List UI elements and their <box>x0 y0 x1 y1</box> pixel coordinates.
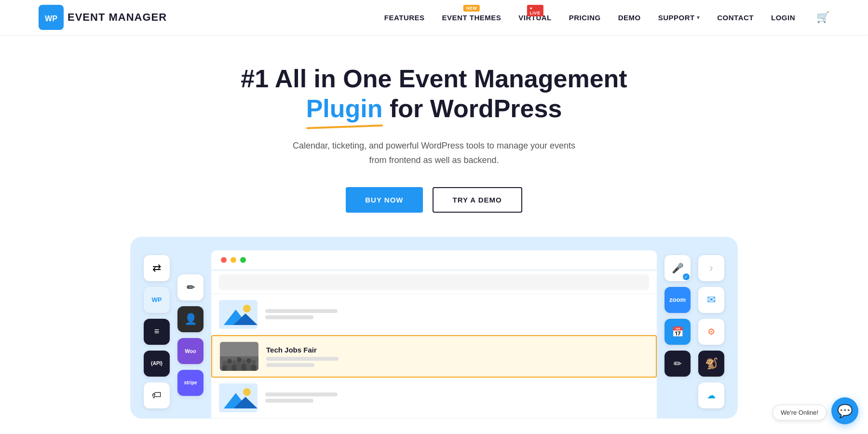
header: WP EVENT MANAGER FEATURES NEW EVENT THEM… <box>0 0 868 35</box>
event-thumb-3 <box>219 383 258 412</box>
svg-rect-21 <box>220 342 258 356</box>
buy-now-button[interactable]: BUY NOW <box>346 187 422 213</box>
meta-line <box>265 315 313 319</box>
far-right-icon-mailchimp[interactable]: 🐒 <box>698 351 724 377</box>
badge-new-themes: NEW <box>463 5 480 12</box>
hero-subtitle: Calendar, ticketing, and powerful WordPr… <box>285 138 583 168</box>
right-icon-calendar[interactable]: 📅 <box>665 319 691 345</box>
svg-point-16 <box>232 360 237 365</box>
svg-text:WP: WP <box>45 14 57 23</box>
event-info-2: Tech Jobs Fair <box>266 346 648 367</box>
sidebar-icon-api[interactable]: {API} <box>144 351 170 377</box>
dot-green <box>240 257 246 263</box>
right-icon-mic[interactable]: 🎤 ✓ <box>665 255 691 281</box>
logo[interactable]: WP EVENT MANAGER <box>39 5 167 30</box>
meta-line <box>265 399 313 403</box>
meta-lines-1 <box>265 309 649 319</box>
svg-point-23 <box>243 388 251 396</box>
dot-red <box>221 257 227 263</box>
main-content-area: Tech Jobs Fair <box>211 250 657 419</box>
badge-live: ● LIVE <box>527 5 543 16</box>
svg-point-19 <box>246 358 251 363</box>
event-card-2[interactable]: Tech Jobs Fair <box>211 335 657 378</box>
nav-event-themes[interactable]: NEW EVENT THEMES <box>442 14 502 22</box>
browser-bar <box>211 250 657 270</box>
nav-virtual[interactable]: ● LIVE VIRTUAL <box>518 14 552 22</box>
svg-point-20 <box>251 360 256 365</box>
mic-badge: ✓ <box>683 273 690 280</box>
logo-text: EVENT MANAGER <box>68 11 167 24</box>
preview-container: ⇄ WP ≡ {API} 🏷 ✏ 👤 Woo stripe <box>130 237 738 419</box>
svg-point-17 <box>237 357 242 362</box>
svg-point-18 <box>242 359 246 364</box>
search-bar-area <box>211 271 657 294</box>
far-right-icon-salesforce[interactable]: ☁ <box>698 382 724 408</box>
plugin-user-icon[interactable]: 👤 <box>177 306 203 332</box>
nav-contact[interactable]: CONTACT <box>717 14 754 22</box>
sidebar-icon-elementor[interactable]: ≡ <box>144 319 170 345</box>
event-cards-list: Tech Jobs Fair <box>211 294 657 419</box>
plugin-edit-icon[interactable]: ✏ <box>177 274 203 300</box>
meta-line <box>265 393 338 396</box>
event-card-3[interactable] <box>211 378 657 419</box>
meta-line <box>266 357 339 361</box>
sidebar-left: ⇄ WP ≡ {API} 🏷 <box>144 250 170 419</box>
event-info-1 <box>265 309 649 319</box>
chat-icon: 💬 <box>837 404 853 419</box>
event-info-3 <box>265 393 649 403</box>
sidebar-right: 🎤 ✓ zoom 📅 ✏ <box>665 250 691 419</box>
meta-lines-3 <box>265 393 649 403</box>
plugin-woo-icon[interactable]: Woo <box>177 338 203 364</box>
svg-point-15 <box>227 359 232 364</box>
sidebar-icon-arrow[interactable]: ⇄ <box>144 255 170 281</box>
svg-point-3 <box>243 305 251 312</box>
far-right-icon-mail[interactable]: ✉ <box>698 287 724 313</box>
nav-demo[interactable]: DEMO <box>618 14 641 22</box>
right-icon-zoom[interactable]: zoom <box>665 287 691 313</box>
meta-lines-2 <box>266 357 648 367</box>
try-demo-button[interactable]: TRY A DEMO <box>433 187 522 213</box>
event-thumb-2 <box>220 342 258 371</box>
chat-button[interactable]: 💬 <box>831 397 858 424</box>
meta-line <box>265 309 338 313</box>
main-nav: FEATURES NEW EVENT THEMES ● LIVE VIRTUAL… <box>384 11 829 24</box>
far-right-icon-arrow[interactable]: › <box>698 255 724 281</box>
svg-point-14 <box>222 361 227 366</box>
nav-features[interactable]: FEATURES <box>384 14 425 22</box>
event-title-2: Tech Jobs Fair <box>266 346 648 354</box>
chevron-down-icon: ▾ <box>697 14 700 21</box>
right-icon-edit[interactable]: ✏ <box>665 351 691 377</box>
plugin-stripe-icon[interactable]: stripe <box>177 370 203 396</box>
nav-support[interactable]: SUPPORT ▾ <box>658 14 700 22</box>
nav-login[interactable]: LOGIN <box>771 14 795 22</box>
plugins-column: ✏ 👤 Woo stripe <box>177 250 203 419</box>
dot-yellow <box>231 257 236 263</box>
event-card-1[interactable] <box>211 294 657 335</box>
cart-icon[interactable]: 🛒 <box>816 11 829 24</box>
hero-cta-buttons: BUY NOW TRY A DEMO <box>10 187 858 213</box>
far-right-icon-hubspot[interactable]: ⚙ <box>698 319 724 345</box>
sidebar-icon-wp[interactable]: WP <box>144 287 170 313</box>
far-right-icons: › ✉ ⚙ 🐒 ☁ <box>698 250 724 419</box>
event-thumb-1 <box>219 300 258 329</box>
hero-plugin-word: Plugin <box>306 94 383 123</box>
chat-label: We're Online! <box>773 405 827 420</box>
meta-line <box>266 363 314 367</box>
sidebar-icon-tag[interactable]: 🏷 <box>144 382 170 408</box>
preview-section: ⇄ WP ≡ {API} 🏷 ✏ 👤 Woo stripe <box>0 227 868 419</box>
hero-section: #1 All in One Event Management Plugin fo… <box>0 35 868 227</box>
search-bar-placeholder[interactable] <box>219 274 649 290</box>
nav-pricing[interactable]: PRICING <box>569 14 601 22</box>
hero-headline: #1 All in One Event Management Plugin fo… <box>217 64 651 124</box>
